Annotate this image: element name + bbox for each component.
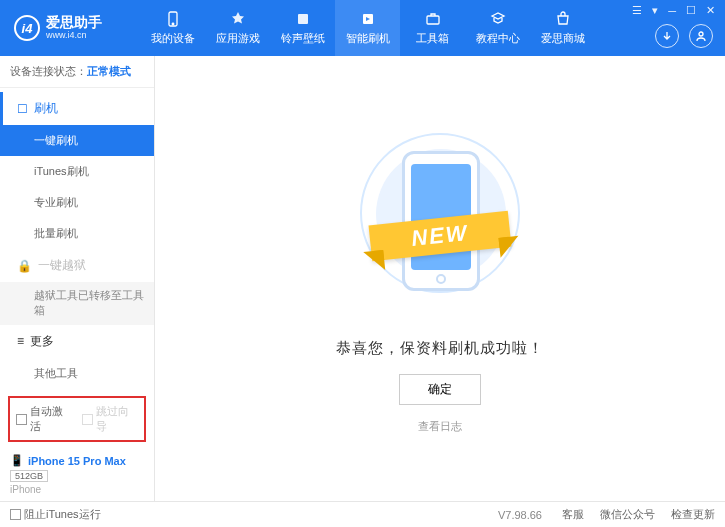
minimize-button[interactable]: ─ <box>666 5 678 17</box>
footer-link-update[interactable]: 检查更新 <box>671 507 715 522</box>
menu-icon[interactable]: ☰ <box>630 4 644 17</box>
top-nav: 我的设备 应用游戏 铃声壁纸 智能刷机 工具箱 教程中心 爱思商城 <box>140 0 595 56</box>
sidebar-item-other-tools[interactable]: 其他工具 <box>0 358 154 389</box>
ringtone-icon <box>294 10 312 28</box>
toolbox-icon <box>424 10 442 28</box>
dropdown-icon[interactable]: ▾ <box>650 4 660 17</box>
checkbox-block-itunes[interactable]: 阻止iTunes运行 <box>10 507 101 522</box>
nav-tutorials[interactable]: 教程中心 <box>465 0 530 56</box>
nav-ringtone-wallpaper[interactable]: 铃声壁纸 <box>270 0 335 56</box>
lock-icon: 🔒 <box>17 259 32 273</box>
status-mode: 正常模式 <box>87 65 131 77</box>
sidebar-group-jailbreak: 🔒一键越狱 <box>0 249 154 282</box>
device-type: iPhone <box>10 484 144 495</box>
download-button[interactable] <box>655 24 679 48</box>
svg-point-5 <box>699 32 703 36</box>
window-controls: ☰ ▾ ─ ☐ ✕ <box>630 4 717 17</box>
app-header: i4 爱思助手 www.i4.cn 我的设备 应用游戏 铃声壁纸 智能刷机 工具… <box>0 0 725 56</box>
sidebar-group-more[interactable]: ≡更多 <box>0 325 154 358</box>
apps-icon <box>229 10 247 28</box>
sidebar-item-batch-flash[interactable]: 批量刷机 <box>0 218 154 249</box>
user-button[interactable] <box>689 24 713 48</box>
sidebar: 设备连接状态：正常模式 ☐刷机 一键刷机 iTunes刷机 专业刷机 批量刷机 … <box>0 56 155 501</box>
ok-button[interactable]: 确定 <box>399 374 481 405</box>
logo-area: i4 爱思助手 www.i4.cn <box>0 15 140 41</box>
device-name[interactable]: 📱iPhone 15 Pro Max <box>10 454 144 467</box>
sidebar-item-itunes-flash[interactable]: iTunes刷机 <box>0 156 154 187</box>
nav-smart-flash[interactable]: 智能刷机 <box>335 0 400 56</box>
phone-icon <box>164 10 182 28</box>
more-icon: ≡ <box>17 334 24 348</box>
nav-apps-games[interactable]: 应用游戏 <box>205 0 270 56</box>
view-log-link[interactable]: 查看日志 <box>418 419 462 434</box>
logo-icon: i4 <box>14 15 40 41</box>
tutorial-icon <box>489 10 507 28</box>
device-phone-icon: 📱 <box>10 454 24 467</box>
version-label: V7.98.66 <box>498 509 542 521</box>
success-message: 恭喜您，保资料刷机成功啦！ <box>336 339 544 358</box>
svg-rect-4 <box>427 16 439 24</box>
flash-options-highlight: 自动激活 跳过向导 <box>8 396 146 442</box>
footer-link-service[interactable]: 客服 <box>562 507 584 522</box>
device-status: 设备连接状态：正常模式 <box>0 56 154 88</box>
nav-store[interactable]: 爱思商城 <box>530 0 595 56</box>
success-illustration: NEW <box>350 123 530 323</box>
sidebar-item-download-firmware[interactable]: 下载固件 <box>0 389 154 390</box>
svg-rect-2 <box>298 14 308 24</box>
main-content: NEW 恭喜您，保资料刷机成功啦！ 确定 查看日志 <box>155 56 725 501</box>
checkbox-auto-activate[interactable]: 自动激活 <box>16 404 72 434</box>
footer: 阻止iTunes运行 V7.98.66 客服 微信公众号 检查更新 <box>0 501 725 527</box>
sidebar-group-flash[interactable]: ☐刷机 <box>0 92 154 125</box>
store-icon <box>554 10 572 28</box>
app-title: 爱思助手 <box>46 15 102 30</box>
sidebar-item-pro-flash[interactable]: 专业刷机 <box>0 187 154 218</box>
maximize-button[interactable]: ☐ <box>684 4 698 17</box>
nav-my-device[interactable]: 我的设备 <box>140 0 205 56</box>
flash-group-icon: ☐ <box>17 102 28 116</box>
svg-point-1 <box>172 23 174 25</box>
sidebar-jailbreak-note: 越狱工具已转移至工具箱 <box>0 282 154 325</box>
device-info: 📱iPhone 15 Pro Max 512GB iPhone <box>0 448 154 501</box>
footer-link-wechat[interactable]: 微信公众号 <box>600 507 655 522</box>
sidebar-item-onekey-flash[interactable]: 一键刷机 <box>0 125 154 156</box>
flash-icon <box>359 10 377 28</box>
nav-toolbox[interactable]: 工具箱 <box>400 0 465 56</box>
app-subtitle: www.i4.cn <box>46 31 102 41</box>
device-capacity: 512GB <box>10 470 48 482</box>
checkbox-skip-guide: 跳过向导 <box>82 404 138 434</box>
close-button[interactable]: ✕ <box>704 4 717 17</box>
